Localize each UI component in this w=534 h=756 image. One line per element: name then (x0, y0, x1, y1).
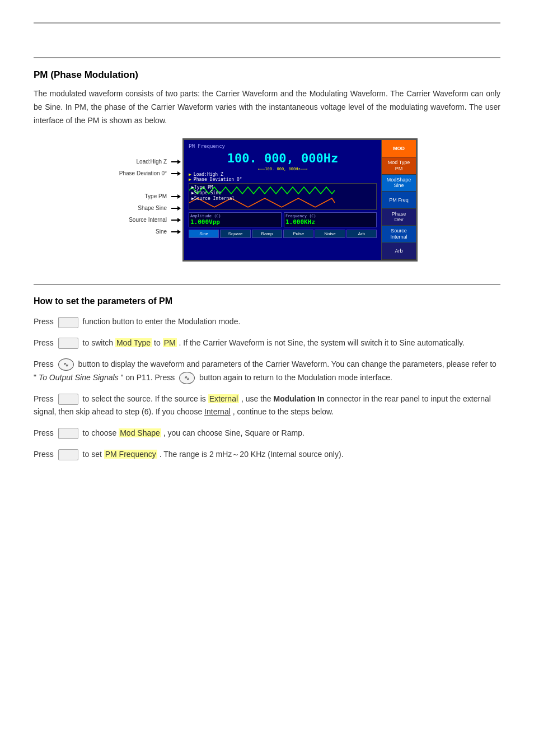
pointer-phase-arrow (171, 173, 178, 174)
pointer-source-arrow (171, 220, 178, 221)
pointer-source: Source Internal (111, 217, 178, 223)
screen-phase-line: ▶ Phase Deviation 0° (189, 177, 377, 182)
sidebar-mod-type[interactable]: Mod TypePM (382, 157, 416, 175)
sidebar-pm-freq[interactable]: PM Freq (382, 192, 416, 209)
frequency-value: 1.000KHz (285, 218, 375, 226)
sidebar-source[interactable]: SourceInternal (382, 226, 416, 243)
instrument-screen: PM Frequency 100. 000, 000Hz ←——100. 000… (182, 138, 418, 262)
screen-main: PM Frequency 100. 000, 000Hz ←——100. 000… (184, 140, 381, 260)
step5-text-end: , you can choose Sine, Square or Ramp. (163, 428, 305, 437)
wf-btn-noise[interactable]: Noise (315, 230, 345, 238)
pointer-type-label: Type PM (145, 193, 167, 199)
sidebar-arb[interactable]: Arb (382, 243, 416, 260)
sidebar-mod[interactable]: MOD (382, 140, 416, 157)
step4-text-end2: , continue to the steps below. (233, 407, 334, 416)
top-rule (34, 22, 500, 24)
step5-press-label: Press (34, 428, 56, 437)
pointer-shape-label: Shape Sine (138, 205, 167, 211)
step3-italic-text: To Output Sine Signals (39, 373, 119, 382)
step5-highlight-modshape: Mod Shape (119, 428, 161, 437)
page-container: PM (Phase Modulation) The modulated wave… (0, 0, 534, 492)
pointer-load-arrow (171, 161, 178, 162)
wf-btn-sine[interactable]: Sine (189, 230, 219, 238)
shape-sine-label: ▶Shape Sine (191, 190, 221, 195)
step4-text-mid: , use the (241, 394, 274, 403)
step3-wave-button2[interactable]: ∿ (179, 372, 195, 384)
step4-underline-internal: Internal (204, 407, 231, 416)
screen-load-line: ▶ Load:High Z (189, 172, 377, 177)
step2-highlight-modtype: Mod Type (115, 338, 152, 347)
pointer-load-label: Load:High Z (137, 158, 167, 165)
frequency-box: Frequency (C) 1.000KHz (284, 212, 377, 227)
arrow-phase: ▶ (189, 177, 191, 182)
pointer-sine-label: Sine (156, 228, 167, 235)
step6-text-prefix: to set (83, 450, 104, 459)
step5-text-prefix: to choose (83, 428, 119, 437)
load-text: Load:High Z (194, 172, 223, 177)
step2-text-prefix: to switch (83, 338, 115, 347)
step4-text-prefix: to select the source. If the source is (83, 394, 208, 403)
sidebar-phase-dev[interactable]: PhaseDev (382, 209, 416, 226)
step2-text-to: to (154, 338, 163, 347)
screen-bottom-row: Amplitude (C) 1.000Vpp Frequency (C) 1.0… (186, 211, 379, 228)
phase-text: Phase Deviation 0° (194, 177, 242, 182)
step5: Press to choose Mod Shape , you can choo… (34, 427, 500, 440)
step2-text-end: . If the Carrier Waveform is not Sine, t… (179, 338, 465, 347)
pointer-source-label: Source Internal (129, 217, 167, 223)
screen-freq-value: 100. 000, 000Hz (186, 150, 379, 166)
step3-press-label: Press (34, 360, 56, 368)
screen-wave-area: ▶Type PM ▶Shape Sine ▶Source Internal (189, 183, 377, 210)
step1-button[interactable] (58, 317, 78, 328)
amplitude-box: Amplitude (C) 1.000Vpp (189, 212, 282, 227)
section2-rule (34, 284, 500, 285)
step4-press-label: Press (34, 394, 56, 403)
pointer-shape-arrow (171, 208, 178, 209)
type-pm-label: ▶Type PM (191, 185, 213, 190)
step6-button[interactable] (58, 449, 78, 460)
step4-bold-modulation-in: Modulation In (274, 394, 325, 403)
amplitude-value: 1.000Vpp (190, 218, 280, 226)
section1-body: The modulated waveform consists of two p… (34, 87, 500, 127)
step2-button[interactable] (58, 338, 78, 349)
arrow-load: ▶ (189, 172, 191, 177)
sidebar-mod-shape[interactable]: ModShapeSine (382, 175, 416, 192)
step2: Press to switch Mod Type to PM . If the … (34, 337, 500, 350)
pointer-sine: Sine (111, 228, 178, 235)
screen-freq-label: PM Frequency (186, 142, 379, 150)
screen-sidebar: MOD Mod TypePM ModShapeSine PM Freq Phas… (381, 140, 416, 260)
wf-btn-pulse[interactable]: Pulse (283, 230, 313, 238)
pointer-phase: Phase Deviation 0° (111, 170, 178, 176)
screen-info-row: ▶ Load:High Z ▶ Phase Deviation 0° (186, 172, 379, 182)
pointer-load: Load:High Z (111, 158, 178, 165)
step5-button[interactable] (58, 428, 78, 439)
amplitude-label: Amplitude (C) (190, 214, 280, 218)
step3-text3: button again to return to the Modulation… (199, 373, 392, 382)
source-internal-label: ▶Source Internal (191, 196, 235, 201)
step1: Press function button to enter the Modul… (34, 315, 500, 329)
section1-title: PM (Phase Modulation) (34, 69, 500, 81)
step6: Press to set PM Frequency . The range is… (34, 448, 500, 461)
step6-press-label: Press (34, 450, 56, 459)
step3-text2: " on P11. Press (120, 373, 177, 382)
pointer-shape: Shape Sine (111, 205, 178, 211)
step4: Press to select the source. If the sourc… (34, 393, 500, 419)
step2-highlight-pm: PM (163, 338, 177, 347)
section2-title: How to set the parameters of PM (34, 296, 500, 306)
step1-text: function button to enter the Modulation … (83, 317, 241, 326)
step4-button[interactable] (58, 394, 78, 405)
wf-btn-square[interactable]: Square (220, 230, 250, 238)
section2-container: How to set the parameters of PM Press fu… (34, 284, 500, 461)
step3-wave-button[interactable]: ∿ (58, 358, 74, 371)
step2-press-label: Press (34, 338, 56, 347)
pointer-labels: Load:High Z Phase Deviation 0° Type PM S… (111, 158, 178, 240)
pointer-type: Type PM (111, 193, 178, 199)
pointer-sine-arrow (171, 231, 178, 232)
pointer-type-arrow (171, 196, 178, 197)
step4-highlight-external: External (208, 394, 239, 403)
step1-press-label: Press (34, 317, 56, 326)
step3: Press ∿ button to display the waveform a… (34, 358, 500, 385)
frequency-label: Frequency (C) (285, 214, 375, 218)
wf-btn-arb[interactable]: Arb (346, 230, 377, 238)
wf-btn-ramp[interactable]: Ramp (252, 230, 282, 238)
screen-waveform-btns: Sine Square Ramp Pulse Noise Arb (186, 228, 379, 239)
